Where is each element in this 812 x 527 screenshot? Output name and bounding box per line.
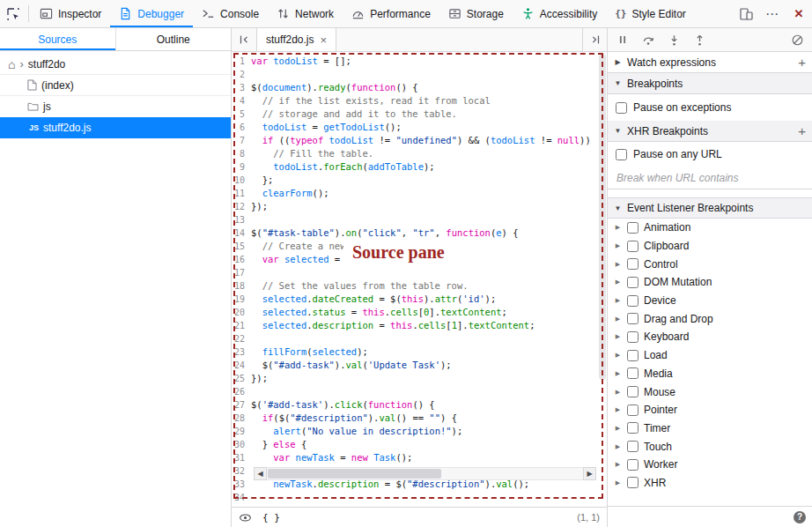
- event-breakpoint-row[interactable]: ▶Clipboard: [608, 237, 812, 256]
- code-line[interactable]: 8 // Fill the table.: [232, 147, 607, 160]
- line-number[interactable]: 6: [232, 121, 251, 134]
- add-xhr-breakpoint-button[interactable]: +: [798, 125, 806, 137]
- line-number[interactable]: 20: [232, 306, 251, 319]
- code-line[interactable]: 21 selected.description = this.cells[1].…: [232, 319, 607, 332]
- tab-storage[interactable]: Storage: [439, 0, 513, 27]
- add-watch-expression-button[interactable]: +: [798, 56, 806, 69]
- source-tab-stuff2do-js[interactable]: stuff2do.js ×: [256, 28, 336, 51]
- event-category-checkbox[interactable]: [627, 386, 639, 397]
- code-line[interactable]: 13: [232, 213, 607, 226]
- line-number[interactable]: 15: [232, 240, 251, 253]
- event-category-checkbox[interactable]: [627, 441, 639, 452]
- line-number[interactable]: 4: [232, 94, 251, 108]
- event-breakpoint-row[interactable]: ▶Worker: [608, 456, 812, 474]
- code-line[interactable]: 22: [232, 332, 607, 345]
- event-category-checkbox[interactable]: [627, 277, 639, 288]
- step-over-button[interactable]: [637, 29, 660, 50]
- code-line[interactable]: 11 clearForm();: [232, 187, 607, 200]
- line-number[interactable]: 14: [232, 226, 251, 240]
- pretty-print-button[interactable]: { }: [262, 512, 280, 523]
- code-line[interactable]: 14$("#task-table").on("click", "tr", fun…: [232, 226, 607, 240]
- expand-icon[interactable]: ▶: [614, 315, 622, 323]
- step-out-button[interactable]: [688, 29, 711, 50]
- tab-network[interactable]: Network: [268, 0, 343, 27]
- xhr-breakpoints-header[interactable]: ▼ XHR Breakpoints +: [608, 121, 812, 142]
- tab-style-editor[interactable]: {} Style Editor: [606, 0, 695, 27]
- tab-debugger[interactable]: Debugger: [110, 0, 193, 27]
- line-number[interactable]: 31: [232, 451, 251, 464]
- expand-panes-button[interactable]: [582, 28, 607, 51]
- collapse-icon[interactable]: ▼: [614, 127, 622, 135]
- line-number[interactable]: 3: [232, 81, 251, 94]
- event-breakpoint-row[interactable]: ▶XHR: [608, 474, 812, 493]
- code-line[interactable]: 28 if($("#description").val() == "") {: [232, 412, 607, 425]
- line-number[interactable]: 18: [232, 279, 251, 293]
- close-devtools-button[interactable]: ✕: [786, 0, 812, 27]
- code-line[interactable]: 34: [232, 491, 607, 504]
- expand-icon[interactable]: ▶: [614, 406, 622, 413]
- line-number[interactable]: 24: [232, 359, 251, 372]
- event-breakpoint-row[interactable]: ▶Timer: [608, 419, 812, 438]
- line-number[interactable]: 13: [232, 213, 251, 226]
- event-category-checkbox[interactable]: [627, 295, 639, 307]
- scroll-left-arrow[interactable]: ◀: [254, 467, 267, 480]
- event-breakpoint-row[interactable]: ▶Mouse: [608, 382, 812, 401]
- scroll-right-arrow[interactable]: ▶: [583, 467, 596, 480]
- code-line[interactable]: 25});: [232, 372, 607, 385]
- expand-icon[interactable]: ▶: [614, 333, 622, 340]
- expand-icon[interactable]: ▶: [614, 479, 622, 486]
- tab-outline[interactable]: Outline: [115, 28, 232, 50]
- line-number[interactable]: 33: [232, 478, 251, 491]
- line-number[interactable]: 8: [232, 147, 251, 160]
- expand-icon[interactable]: ▶: [614, 370, 622, 377]
- collapse-icon[interactable]: ▼: [614, 79, 622, 87]
- tab-accessibility[interactable]: Accessibility: [513, 0, 606, 27]
- step-in-button[interactable]: [662, 29, 685, 50]
- event-listener-breakpoints-header[interactable]: ▼ Event Listener Breakpoints: [608, 197, 812, 219]
- xhr-url-input[interactable]: Break when URL contains: [608, 167, 812, 189]
- expand-icon[interactable]: ▶: [614, 297, 622, 304]
- line-number[interactable]: 30: [232, 438, 251, 451]
- code-line[interactable]: 17: [232, 266, 607, 279]
- code-line[interactable]: 12});: [232, 200, 607, 213]
- collapse-sources-panel-button[interactable]: [232, 28, 256, 51]
- breakpoints-header[interactable]: ▼ Breakpoints: [608, 73, 812, 94]
- line-number[interactable]: 28: [232, 412, 251, 425]
- line-number[interactable]: 34: [232, 491, 251, 504]
- event-category-checkbox[interactable]: [627, 367, 639, 379]
- pause-button[interactable]: [611, 29, 634, 50]
- horizontal-scrollbar[interactable]: ◀ ▶: [254, 467, 596, 480]
- event-category-checkbox[interactable]: [627, 222, 639, 234]
- line-number[interactable]: 12: [232, 200, 251, 213]
- line-number[interactable]: 29: [232, 425, 251, 438]
- blackbox-eye-icon[interactable]: [239, 511, 252, 524]
- line-number[interactable]: 19: [232, 293, 251, 306]
- line-number[interactable]: 5: [232, 108, 251, 121]
- expand-icon[interactable]: ▶: [614, 425, 622, 432]
- expand-icon[interactable]: ▶: [614, 352, 622, 359]
- event-category-checkbox[interactable]: [627, 405, 639, 416]
- code-line[interactable]: 6 todoList = getTodoList();: [232, 121, 607, 134]
- event-breakpoint-row[interactable]: ▶Keyboard: [608, 328, 812, 346]
- event-category-checkbox[interactable]: [627, 477, 639, 488]
- line-number[interactable]: 2: [232, 68, 251, 81]
- code-line[interactable]: 30 } else {: [232, 438, 607, 451]
- tree-item-stuff2do-js[interactable]: JS stuff2do.js: [0, 117, 231, 138]
- tab-console[interactable]: Console: [193, 0, 268, 27]
- pause-on-exceptions-checkbox[interactable]: [616, 102, 627, 114]
- code-line[interactable]: 31 var newTask = new Task();: [232, 451, 607, 464]
- pause-on-any-url-checkbox[interactable]: [616, 149, 627, 160]
- code-line[interactable]: 10 };: [232, 174, 607, 187]
- line-number[interactable]: 21: [232, 319, 251, 332]
- event-category-checkbox[interactable]: [627, 459, 639, 471]
- disable-breakpoints-button[interactable]: [786, 29, 808, 50]
- expand-icon[interactable]: ▶: [614, 278, 622, 286]
- tree-item-root[interactable]: ⌂ › stuff2do: [0, 54, 231, 75]
- code-line[interactable]: 26: [232, 385, 607, 398]
- event-category-checkbox[interactable]: [627, 313, 639, 324]
- code-line[interactable]: 15 // Create a new task object: [232, 240, 607, 253]
- code-line[interactable]: 2: [232, 68, 607, 81]
- line-number[interactable]: 16: [232, 253, 251, 266]
- expand-icon[interactable]: ▶: [614, 261, 622, 268]
- event-breakpoint-row[interactable]: ▶Device: [608, 292, 812, 310]
